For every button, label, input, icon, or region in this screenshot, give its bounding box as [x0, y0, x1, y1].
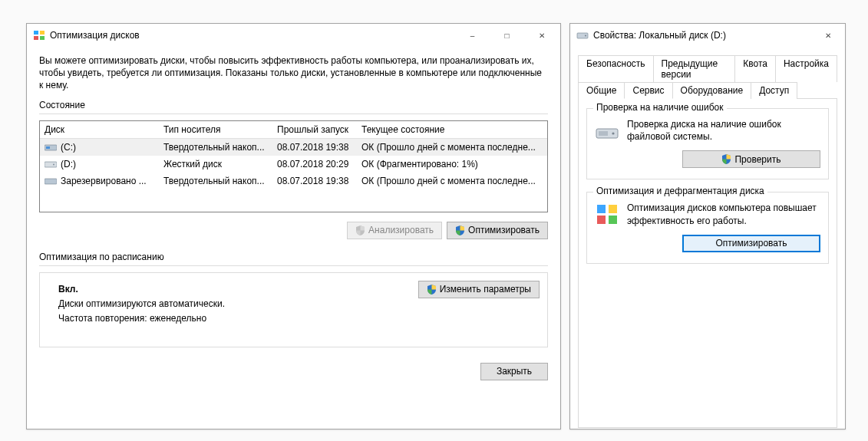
drives-table: Диск Тип носителя Прошлый запуск Текущее…: [39, 120, 548, 212]
shield-icon: [455, 225, 465, 235]
drive-icon: [576, 29, 589, 41]
schedule-line1: Диски оптимизируются автоматически.: [58, 298, 414, 309]
drive-icon: [45, 143, 57, 152]
svg-point-7: [53, 163, 54, 165]
check-button[interactable]: Проверить: [682, 150, 820, 168]
window-controls: ✕: [813, 25, 843, 46]
shield-icon: [721, 154, 731, 164]
intro-text: Вы можете оптимизировать диски, чтобы по…: [39, 54, 548, 92]
svg-rect-15: [609, 205, 617, 213]
schedule-status: Вкл.: [58, 284, 414, 295]
col-status[interactable]: Текущее состояние: [357, 121, 547, 138]
tabs-row-2: Общие Сервис Оборудование Доступ: [570, 81, 845, 98]
tab-panel: Проверка на наличие ошибок Проверка диск…: [578, 98, 837, 428]
window-title: Свойства: Локальный диск (D:): [593, 30, 813, 41]
window-title: Оптимизация дисков: [50, 30, 455, 41]
tab-previous[interactable]: Предыдущие версии: [653, 55, 736, 82]
tab-tools[interactable]: Сервис: [624, 82, 672, 99]
svg-rect-3: [40, 36, 45, 40]
close-button[interactable]: ✕: [524, 25, 559, 46]
separator: [39, 114, 548, 114]
drive-icon: [45, 160, 57, 169]
defrag-text: Оптимизация дисков компьютера повышает э…: [627, 202, 820, 226]
titlebar[interactable]: Свойства: Локальный диск (D:) ✕: [570, 24, 845, 47]
disk-properties-window: Свойства: Локальный диск (D:) ✕ Безопасн…: [569, 23, 846, 429]
drive-status: ОК (Прошло дней с момента последне...: [357, 173, 547, 189]
drive-check-icon: [595, 118, 619, 143]
optimize-label: Оптимизировать: [716, 238, 787, 248]
drive-media: Жесткий диск: [159, 156, 272, 173]
close-label: Закрыть: [497, 366, 532, 377]
table-row[interactable]: (C:) Твердотельный накоп... 08.07.2018 1…: [40, 139, 547, 156]
close-button[interactable]: ✕: [813, 25, 843, 46]
titlebar[interactable]: Оптимизация дисков – □ ✕: [27, 24, 560, 47]
schedule-text: Вкл. Диски оптимизируются автоматически.…: [48, 281, 418, 327]
svg-rect-1: [40, 31, 45, 35]
optimize-button[interactable]: Оптимизировать: [682, 235, 820, 252]
drive-last: 08.07.2018 19:38: [272, 139, 357, 156]
svg-rect-6: [45, 162, 57, 167]
col-media[interactable]: Тип носителя: [159, 121, 272, 138]
svg-rect-8: [45, 179, 57, 184]
defrag-title: Оптимизация и дефрагментация диска: [593, 186, 767, 196]
error-check-text: Проверка диска на наличие ошибок файлово…: [627, 118, 820, 143]
schedule-label: Оптимизация по расписанию: [39, 252, 548, 262]
defrag-icon: [595, 202, 619, 226]
separator: [39, 265, 548, 266]
state-label: Состояние: [39, 100, 548, 110]
defrag-group: Оптимизация и дефрагментация диска Оптим…: [586, 192, 829, 263]
optimize-drives-window: Оптимизация дисков – □ ✕ Вы можете оптим…: [26, 23, 561, 429]
drive-icon: [45, 176, 57, 186]
minimize-button[interactable]: –: [455, 25, 490, 46]
close-button[interactable]: Закрыть: [480, 363, 548, 380]
tab-sharing[interactable]: Доступ: [751, 82, 797, 99]
error-check-group: Проверка на наличие ошибок Проверка диск…: [586, 108, 829, 179]
drive-last: 08.07.2018 20:29: [272, 156, 357, 173]
drive-status: ОК (Фрагментировано: 1%): [357, 156, 547, 173]
drive-name: (D:): [61, 159, 76, 169]
tab-general[interactable]: Общие: [578, 82, 625, 99]
svg-rect-12: [599, 131, 608, 136]
tab-hardware[interactable]: Оборудование: [672, 82, 752, 99]
shield-icon: [355, 225, 365, 235]
tab-security[interactable]: Безопасность: [578, 55, 654, 82]
check-label: Проверить: [734, 154, 781, 165]
table-header: Диск Тип носителя Прошлый запуск Текущее…: [40, 121, 547, 139]
optimize-button[interactable]: Оптимизировать: [447, 222, 548, 239]
schedule-line2: Частота повторения: еженедельно: [58, 313, 414, 324]
dialog-buttons: ОК Отмена Применить: [570, 436, 845, 441]
svg-rect-14: [597, 205, 606, 213]
svg-rect-0: [34, 31, 38, 35]
optimize-icon: [33, 29, 45, 41]
col-last[interactable]: Прошлый запуск: [272, 121, 357, 138]
drive-name: Зарезервировано ...: [61, 176, 147, 186]
svg-rect-17: [609, 216, 617, 224]
tabs-row-1: Безопасность Предыдущие версии Квота Нас…: [570, 47, 845, 81]
svg-point-13: [612, 132, 614, 134]
svg-point-10: [585, 35, 586, 36]
col-disk[interactable]: Диск: [40, 121, 159, 138]
schedule-group: Вкл. Диски оптимизируются автоматически.…: [39, 272, 548, 347]
drive-status: ОК (Прошло дней с момента последне...: [357, 139, 547, 156]
dialog-buttons: Закрыть: [39, 363, 548, 380]
svg-rect-16: [597, 216, 606, 224]
shield-icon: [427, 285, 437, 295]
optimize-content: Вы можете оптимизировать диски, чтобы по…: [27, 47, 560, 390]
change-settings-label: Изменить параметры: [440, 284, 531, 295]
tab-quota[interactable]: Квота: [734, 55, 776, 82]
optimize-label: Оптимизировать: [468, 225, 540, 235]
drive-name: (C:): [61, 142, 76, 153]
drive-last: 08.07.2018 19:38: [272, 173, 357, 189]
tab-customize[interactable]: Настройка: [775, 55, 837, 82]
error-check-title: Проверка на наличие ошибок: [593, 102, 727, 113]
svg-rect-5: [46, 146, 50, 149]
table-row[interactable]: (D:) Жесткий диск 08.07.2018 20:29 ОК (Ф…: [40, 156, 547, 173]
drive-media: Твердотельный накоп...: [159, 139, 272, 156]
analyze-button: Анализировать: [347, 222, 442, 239]
analyze-label: Анализировать: [368, 225, 434, 235]
schedule-content: Вкл. Диски оптимизируются автоматически.…: [48, 281, 540, 327]
table-row[interactable]: Зарезервировано ... Твердотельный накоп.…: [40, 173, 547, 189]
change-settings-button[interactable]: Изменить параметры: [418, 281, 540, 298]
svg-rect-2: [34, 36, 38, 40]
maximize-button[interactable]: □: [490, 25, 524, 46]
